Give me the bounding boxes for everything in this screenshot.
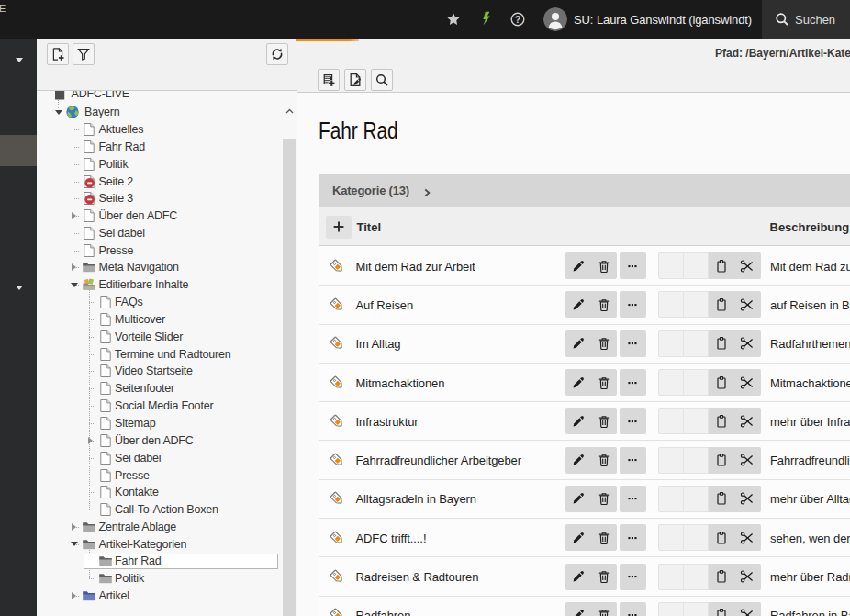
svg-text:?: ? <box>515 14 520 25</box>
